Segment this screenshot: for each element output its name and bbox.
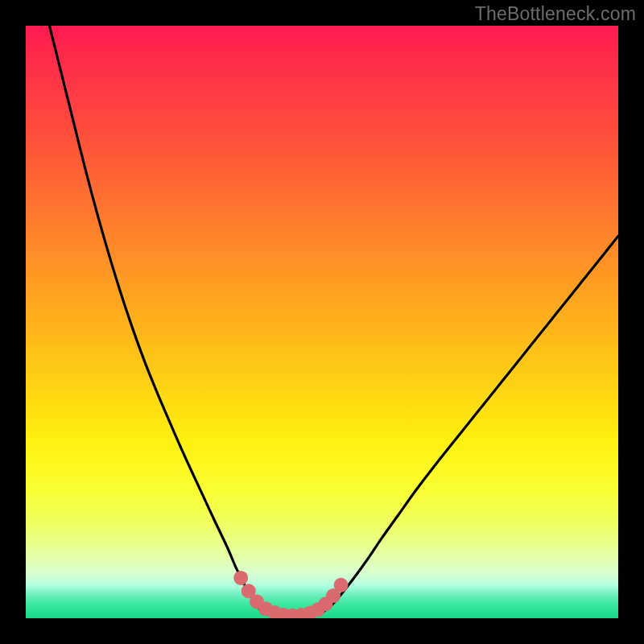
valley-dots-group <box>233 571 348 618</box>
valley-dot <box>334 578 349 592</box>
valley-dot <box>233 571 248 585</box>
watermark-text: TheBottleneck.com <box>475 3 636 25</box>
chart-frame: TheBottleneck.com <box>0 0 644 644</box>
curve-layer <box>26 26 618 618</box>
curve-right-branch <box>322 236 618 613</box>
curve-left-branch <box>49 26 262 613</box>
plot-area <box>26 26 618 618</box>
